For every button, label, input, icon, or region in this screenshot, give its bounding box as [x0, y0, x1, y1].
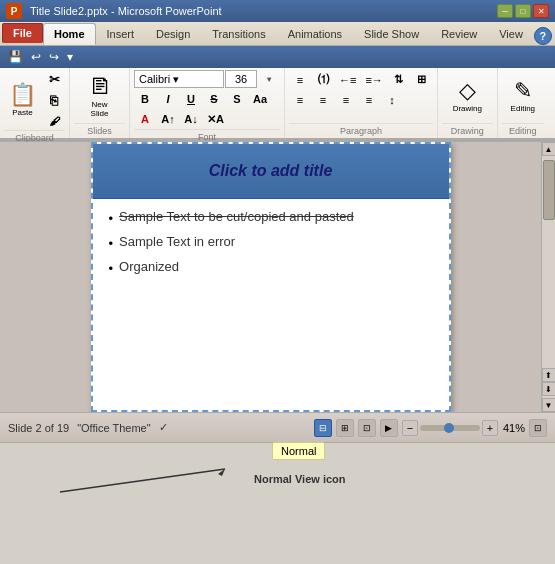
zoom-out-button[interactable]: − — [402, 420, 418, 436]
ribbon: 📋 Paste ✂ ⎘ 🖌 Clipboard 🖹 NewSlide Slide… — [0, 68, 555, 140]
paste-button[interactable]: 📋 Paste — [4, 74, 41, 126]
bullet-text-2: Sample Text in error — [119, 234, 235, 249]
undo-button[interactable]: ↩ — [27, 48, 45, 66]
tab-file[interactable]: File — [2, 23, 43, 43]
window-controls: ─ □ ✕ — [497, 4, 549, 18]
drawing-label: Drawing — [442, 123, 493, 136]
ribbon-tabs: File Home Insert Design Transitions Anim… — [0, 22, 555, 46]
bold-button[interactable]: B — [134, 90, 156, 108]
format-painter-button[interactable]: 🖌 — [43, 112, 65, 130]
tab-insert[interactable]: Insert — [96, 23, 146, 45]
normal-view-button[interactable]: ⊟ — [314, 419, 332, 437]
font-size-input[interactable]: 36 — [225, 70, 257, 88]
tab-slideshow[interactable]: Slide Show — [353, 23, 430, 45]
scroll-next-slide[interactable]: ⬇ — [542, 382, 556, 396]
bullet-dot: • — [109, 261, 114, 276]
slideshow-view-button[interactable]: ▶ — [380, 419, 398, 437]
slide-info: Slide 2 of 19 — [8, 422, 69, 434]
editing-button[interactable]: ✎ Editing — [506, 71, 540, 123]
status-bar: Slide 2 of 19 "Office Theme" ✓ ⊟ ⊞ ⊡ ▶ −… — [0, 412, 555, 442]
app-body: Click to add title • Sample Text to be c… — [0, 142, 555, 412]
reading-view-button[interactable]: ⊡ — [358, 419, 376, 437]
decrease-indent-button[interactable]: ←≡ — [335, 71, 360, 89]
font-shadow-button[interactable]: S — [226, 90, 248, 108]
tab-review[interactable]: Review — [430, 23, 488, 45]
increase-indent-button[interactable]: ≡→ — [361, 71, 386, 89]
bullet-text-3: Organized — [119, 259, 179, 274]
drawing-button[interactable]: ◇ Drawing — [448, 71, 487, 123]
underline-button[interactable]: U — [180, 90, 202, 108]
tab-design[interactable]: Design — [145, 23, 201, 45]
zoom-slider[interactable] — [420, 425, 480, 431]
numbering-button[interactable]: ⑴ — [312, 70, 334, 89]
proofing-icon[interactable]: ✓ — [159, 421, 168, 434]
font-group: Calibri ▾ 36 ▾ B I U S S Aa A A↑ A↓ ✕A — [130, 68, 285, 138]
title-bar: P Title Slide2.pptx - Microsoft PowerPoi… — [0, 0, 555, 22]
new-slide-button[interactable]: 🖹 NewSlide — [84, 71, 116, 123]
font-color-button[interactable]: A — [134, 110, 156, 128]
bullet-dot: • — [109, 236, 114, 251]
quick-access-toolbar: 💾 ↩ ↪ ▾ — [0, 46, 555, 68]
cut-button[interactable]: ✂ — [43, 70, 65, 89]
decrease-font-button[interactable]: A↓ — [180, 110, 202, 128]
slide-content-area[interactable]: • Sample Text to be cut/copied and paste… — [93, 199, 449, 294]
scroll-down-button[interactable]: ▼ — [542, 398, 556, 412]
clear-format-button[interactable]: ✕A — [203, 110, 228, 128]
paragraph-label: Paragraph — [289, 123, 433, 136]
align-right-button[interactable]: ≡ — [335, 91, 357, 109]
help-button[interactable]: ? — [534, 27, 552, 45]
tab-view[interactable]: View — [488, 23, 534, 45]
columns-button[interactable]: ⊞ — [411, 71, 433, 89]
slide-title: Click to add title — [209, 162, 333, 180]
slides-group: 🖹 NewSlide Slides — [70, 68, 130, 138]
italic-button[interactable]: I — [157, 90, 179, 108]
fit-to-window-button[interactable]: ⊡ — [529, 419, 547, 437]
editing-group: ✎ Editing Editing — [498, 68, 548, 138]
paragraph-group: ≡ ⑴ ←≡ ≡→ ⇅ ⊞ ≡ ≡ ≡ ≡ ↕ Paragraph — [285, 68, 438, 138]
annotation-label: Normal View icon — [254, 473, 346, 485]
strikethrough-button[interactable]: S — [203, 90, 225, 108]
tab-animations[interactable]: Animations — [277, 23, 353, 45]
list-item: • Sample Text in error — [109, 234, 433, 251]
increase-font-button[interactable]: A↑ — [157, 110, 179, 128]
annotation-area: Normal Normal View icon — [0, 442, 555, 492]
tab-home[interactable]: Home — [43, 23, 96, 45]
undo-dropdown[interactable]: ▾ — [63, 48, 77, 66]
scroll-thumb[interactable] — [543, 160, 555, 220]
slide-panel[interactable]: Click to add title • Sample Text to be c… — [0, 142, 541, 412]
zoom-in-button[interactable]: + — [482, 420, 498, 436]
zoom-percent: 41% — [503, 422, 525, 434]
scroll-prev-slide[interactable]: ⬆ — [542, 368, 556, 382]
theme-name: "Office Theme" — [77, 422, 150, 434]
tab-transitions[interactable]: Transitions — [201, 23, 276, 45]
slide-canvas[interactable]: Click to add title • Sample Text to be c… — [91, 142, 451, 412]
maximize-button[interactable]: □ — [515, 4, 531, 18]
scroll-up-button[interactable]: ▲ — [542, 142, 556, 156]
bullets-button[interactable]: ≡ — [289, 71, 311, 89]
slides-label: Slides — [74, 123, 125, 136]
svg-line-0 — [60, 469, 225, 492]
save-button[interactable]: 💾 — [4, 48, 27, 66]
zoom-slider-thumb[interactable] — [444, 423, 454, 433]
app-icon: P — [6, 3, 22, 19]
align-left-button[interactable]: ≡ — [289, 91, 311, 109]
font-family-dropdown[interactable]: Calibri ▾ — [134, 70, 224, 88]
close-button[interactable]: ✕ — [533, 4, 549, 18]
clipboard-group: 📋 Paste ✂ ⎘ 🖌 Clipboard — [0, 68, 70, 138]
tooltip-bubble: Normal — [272, 442, 325, 460]
editing-label: Editing — [502, 123, 544, 136]
text-direction-button[interactable]: ⇅ — [388, 71, 410, 89]
redo-button[interactable]: ↪ — [45, 48, 63, 66]
copy-button[interactable]: ⎘ — [43, 91, 65, 110]
font-effects-dropdown[interactable]: Aa — [249, 90, 271, 108]
font-label: Font — [134, 129, 280, 142]
list-item: • Sample Text to be cut/copied and paste… — [109, 209, 433, 226]
slide-title-area[interactable]: Click to add title — [93, 144, 449, 199]
justify-button[interactable]: ≡ — [358, 91, 380, 109]
minimize-button[interactable]: ─ — [497, 4, 513, 18]
vertical-scrollbar[interactable]: ▲ ⬆ ⬇ ▼ — [541, 142, 555, 412]
align-center-button[interactable]: ≡ — [312, 91, 334, 109]
line-spacing-button[interactable]: ↕ — [381, 91, 403, 109]
font-size-dropdown[interactable]: ▾ — [258, 70, 280, 88]
slide-sorter-button[interactable]: ⊞ — [336, 419, 354, 437]
